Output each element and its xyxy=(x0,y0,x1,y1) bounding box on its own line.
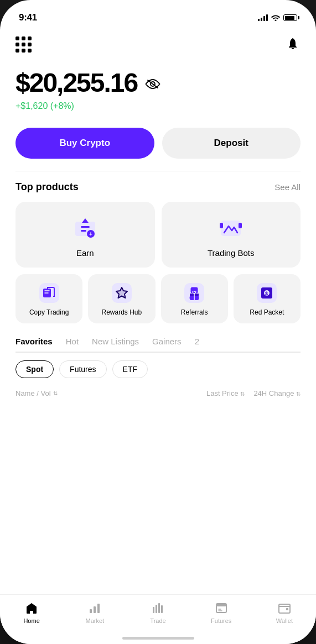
table-header: Name / Vol ⇅ Last Price ⇅ 24H Change ⇅ xyxy=(15,387,301,403)
wifi-icon xyxy=(271,14,280,21)
trading-bots-icon xyxy=(217,215,244,242)
product-card-copy-trading[interactable]: Copy Trading xyxy=(15,274,82,324)
tab-favorites[interactable]: Favorites xyxy=(15,337,53,353)
home-icon xyxy=(25,601,38,615)
nav-home[interactable]: Home xyxy=(0,601,63,624)
battery-icon xyxy=(283,14,297,21)
nav-wallet-label: Wallet xyxy=(276,617,293,624)
deposit-button[interactable]: Deposit xyxy=(162,128,301,159)
svg-rect-15 xyxy=(191,287,198,293)
filter-pills: Spot Futures ETF xyxy=(15,360,301,378)
signal-icon xyxy=(258,14,268,21)
svg-rect-3 xyxy=(81,230,86,232)
see-all-button[interactable]: See All xyxy=(274,182,301,192)
nav-market[interactable]: Market xyxy=(63,601,126,624)
futures-icon xyxy=(215,601,228,615)
status-bar: 9:41 xyxy=(0,0,316,28)
section-header: Top products See All xyxy=(15,181,301,193)
tab-hot[interactable]: Hot xyxy=(66,337,79,353)
svg-rect-27 xyxy=(156,605,157,613)
eye-icon[interactable] xyxy=(145,78,160,90)
balance-change: +$1,620 (+8%) xyxy=(15,101,301,111)
copy-trading-label: Copy Trading xyxy=(29,308,69,317)
red-packet-icon: $ xyxy=(257,283,277,303)
products-bottom-row: Copy Trading Rewards Hub xyxy=(15,274,301,324)
referrals-icon xyxy=(184,283,204,303)
tab-new-listings[interactable]: New Listings xyxy=(92,337,139,353)
copy-trading-icon xyxy=(39,283,59,303)
table-24h-change-label: 24H Change ⇅ xyxy=(253,389,301,397)
tabs-row: Favorites Hot New Listings Gainers 2 xyxy=(15,337,301,353)
rewards-hub-label: Rewards Hub xyxy=(102,308,142,317)
top-nav xyxy=(15,28,301,57)
tab-gainers[interactable]: Gainers xyxy=(152,337,182,353)
nav-wallet[interactable]: Wallet xyxy=(253,601,316,624)
trading-bots-label: Trading Bots xyxy=(208,248,255,258)
products-top-row: + Earn Trading Bots xyxy=(15,202,301,268)
nav-market-label: Market xyxy=(85,617,104,624)
svg-text:$: $ xyxy=(265,291,268,296)
filter-etf[interactable]: ETF xyxy=(112,360,148,378)
svg-rect-33 xyxy=(286,608,288,610)
product-card-red-packet[interactable]: $ Red Packet xyxy=(234,274,301,324)
svg-rect-23 xyxy=(90,609,92,613)
svg-rect-7 xyxy=(220,223,223,228)
home-indicator xyxy=(122,637,194,640)
product-card-referrals[interactable]: Referrals xyxy=(161,274,228,324)
svg-rect-2 xyxy=(81,226,90,228)
nav-futures-label: Futures xyxy=(211,617,231,624)
table-last-price-label: Last Price ⇅ xyxy=(206,389,245,397)
main-content: $20,255.16 +$1,620 (+8%) Buy Crypto Depo… xyxy=(0,28,316,594)
rewards-hub-icon xyxy=(112,283,132,303)
buy-crypto-button[interactable]: Buy Crypto xyxy=(15,128,154,159)
nav-home-label: Home xyxy=(23,617,39,624)
phone-inner: 9:41 xyxy=(0,0,316,644)
nav-trade[interactable]: Trade xyxy=(126,601,189,624)
earn-label: Earn xyxy=(76,248,94,258)
phone-frame: 9:41 xyxy=(0,0,316,644)
referrals-label: Referrals xyxy=(181,308,208,317)
svg-rect-26 xyxy=(153,607,154,613)
svg-rect-28 xyxy=(158,603,160,613)
table-name-vol-label: Name / Vol xyxy=(15,389,51,397)
filter-futures[interactable]: Futures xyxy=(59,360,106,378)
section-title: Top products xyxy=(15,181,79,193)
balance-section: $20,255.16 +$1,620 (+8%) xyxy=(15,57,301,117)
wallet-icon xyxy=(278,601,291,615)
svg-rect-24 xyxy=(94,606,96,613)
sort-arrow-change[interactable]: ⇅ xyxy=(296,391,301,397)
status-time: 9:41 xyxy=(19,12,37,23)
balance-amount: $20,255.16 xyxy=(15,69,137,98)
svg-rect-8 xyxy=(239,223,242,228)
trade-icon xyxy=(152,601,165,615)
nav-futures[interactable]: Futures xyxy=(190,601,253,624)
divider xyxy=(15,171,301,171)
market-icon xyxy=(88,601,101,615)
tab-more[interactable]: 2 xyxy=(195,337,199,353)
svg-text:+: + xyxy=(89,231,92,237)
filter-spot[interactable]: Spot xyxy=(15,360,54,378)
sort-arrow-price[interactable]: ⇅ xyxy=(240,391,245,397)
status-icons xyxy=(258,14,297,21)
svg-rect-25 xyxy=(97,604,100,613)
product-card-earn[interactable]: + Earn xyxy=(15,202,155,268)
sort-arrow-name[interactable]: ⇅ xyxy=(53,390,58,396)
action-buttons: Buy Crypto Deposit xyxy=(15,128,301,159)
nav-trade-label: Trade xyxy=(150,617,165,624)
red-packet-label: Red Packet xyxy=(250,308,284,317)
product-card-rewards-hub[interactable]: Rewards Hub xyxy=(88,274,155,324)
svg-rect-31 xyxy=(216,604,226,606)
grid-menu-icon[interactable] xyxy=(15,36,31,52)
product-card-trading-bots[interactable]: Trading Bots xyxy=(162,202,301,268)
notification-icon[interactable] xyxy=(285,36,301,52)
svg-rect-29 xyxy=(161,605,163,613)
earn-icon: + xyxy=(72,215,99,242)
